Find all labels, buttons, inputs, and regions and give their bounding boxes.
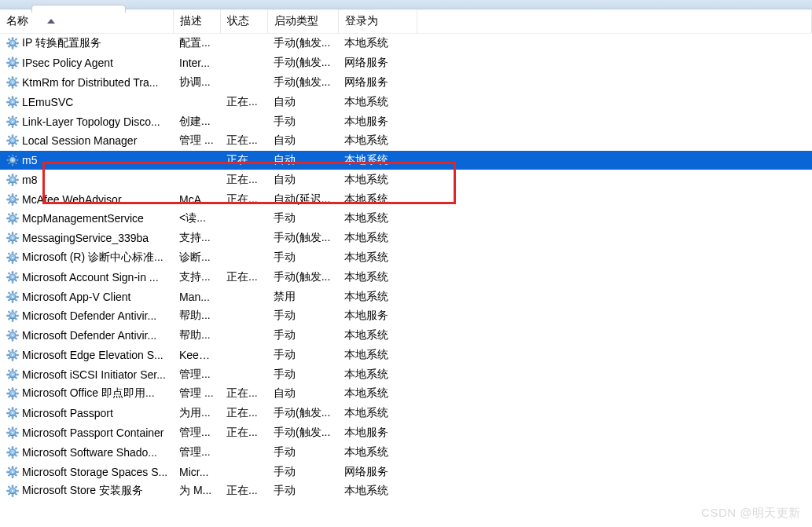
column-header-name[interactable]: 名称 [0, 9, 173, 34]
table-row[interactable]: McpManagementService<读...手动本地系统 [0, 209, 812, 229]
svg-rect-78 [8, 181, 10, 184]
service-name-label: m5 [22, 154, 37, 167]
svg-rect-154 [17, 335, 19, 336]
table-row[interactable]: Microsoft Edge Elevation S...Keep...手动本地… [0, 346, 812, 365]
cell-status: 正在... [220, 170, 267, 189]
table-row[interactable]: MessagingService_339ba支持...手动(触发...本地系统 [0, 229, 812, 248]
svg-point-119 [11, 256, 13, 258]
cell-startup: 自动 [267, 131, 338, 151]
svg-rect-6 [15, 46, 17, 48]
svg-rect-53 [7, 140, 9, 141]
svg-rect-108 [8, 240, 10, 243]
svg-rect-215 [8, 447, 10, 449]
svg-point-129 [11, 276, 13, 278]
table-row[interactable]: Microsoft (R) 诊断中心标准...诊断...手动本地系统 [0, 248, 812, 268]
table-row[interactable]: Microsoft Passport Container管理...正在...手动… [0, 423, 812, 443]
column-header-status[interactable]: 状态 [220, 9, 267, 34]
svg-rect-121 [12, 271, 13, 273]
table-row[interactable]: Microsoft Store 安装服务为 M...正在...手动本地系统 [0, 481, 812, 501]
cell-name: Microsoft Software Shado... [0, 442, 173, 462]
table-row[interactable]: Microsoft App-V ClientMan...禁用本地系统 [0, 287, 812, 306]
svg-point-199 [11, 412, 13, 415]
cell-description: Keep... [173, 346, 220, 365]
cell-logon: 本地服务 [338, 112, 417, 131]
cell-logon: 网络服务 [338, 73, 417, 93]
table-row[interactable]: LEmuSVC正在...自动本地系统 [0, 92, 812, 112]
service-name-label: McpManagementService [22, 212, 144, 225]
table-row[interactable]: Microsoft Defender Antivir...帮助...手动本地系统 [0, 326, 812, 346]
services-table[interactable]: 名称 描述 状态 启动类型 登录为 IP 转换配置服务配置...手动(触发...… [0, 9, 812, 501]
service-name-label: IPsec Policy Agent [22, 57, 113, 69]
svg-rect-81 [12, 193, 13, 196]
svg-rect-98 [8, 221, 10, 223]
table-row[interactable]: Microsoft Account Sign-in ...支持...正在...手… [0, 267, 812, 287]
table-row[interactable]: Microsoft Office 即点即用...管理 ...正在...自动本地系… [0, 384, 812, 404]
svg-rect-157 [15, 331, 17, 333]
cell-status [220, 73, 267, 93]
svg-rect-197 [15, 408, 17, 411]
svg-point-159 [11, 335, 13, 337]
cell-startup: 手动(触发... [267, 267, 338, 287]
table-row[interactable]: McAfee WebAdvisorMcA...正在...自动(延迟...本地系统 [0, 189, 812, 209]
table-row[interactable]: KtmRm for Distributed Tra...协调...手动(触发..… [0, 73, 812, 93]
svg-rect-158 [8, 338, 10, 340]
table-row[interactable]: Link-Layer Topology Disco...创建...手动本地服务 [0, 112, 812, 131]
gear-icon [6, 271, 19, 284]
cell-logon: 本地系统 [338, 131, 417, 151]
svg-rect-171 [12, 368, 13, 371]
cell-status: 正在... [220, 481, 267, 501]
svg-rect-5 [8, 38, 10, 41]
svg-rect-34 [17, 101, 19, 103]
svg-rect-163 [7, 354, 9, 356]
cell-logon: 本地服务 [338, 306, 417, 326]
service-name-label: Microsoft Office 即点即用... [22, 386, 155, 401]
cell-description: 配置... [173, 34, 220, 53]
gear-icon [6, 407, 19, 419]
svg-rect-131 [12, 291, 13, 293]
cell-description: Micr... [173, 462, 220, 481]
svg-rect-51 [12, 135, 13, 137]
svg-rect-137 [15, 291, 17, 294]
cell-status: 正在... [220, 267, 267, 287]
table-row[interactable]: Local Session Manager管理 ...正在...自动本地系统 [0, 131, 812, 151]
svg-rect-94 [17, 218, 19, 220]
column-header-description[interactable]: 描述 [173, 9, 220, 34]
svg-rect-202 [12, 437, 13, 439]
svg-rect-101 [12, 232, 13, 235]
gear-icon [6, 329, 19, 342]
table-row[interactable]: Microsoft Storage Spaces S...Micr...手动网络… [0, 462, 812, 481]
svg-rect-12 [12, 67, 13, 69]
table-row[interactable]: Microsoft iSCSI Initiator Ser...管理...手动本… [0, 364, 812, 384]
svg-rect-96 [15, 221, 17, 223]
svg-rect-3 [7, 42, 9, 44]
table-row[interactable]: Microsoft Passport为用...正在...手动(触发...本地系统 [0, 404, 812, 423]
cell-startup: 手动 [267, 481, 338, 501]
table-row[interactable]: m5正在...自动本地系统 [0, 151, 812, 170]
table-row[interactable]: Microsoft Defender Antivir...帮助...手动本地服务 [0, 306, 812, 326]
gear-icon [6, 387, 19, 400]
svg-rect-21 [12, 76, 13, 79]
svg-point-49 [11, 120, 13, 123]
table-row[interactable]: Microsoft Software Shado...管理...手动本地系统 [0, 442, 812, 462]
cell-description: 诊断... [173, 248, 220, 268]
cell-description: 管理 ... [173, 384, 220, 404]
svg-rect-86 [15, 201, 17, 203]
svg-rect-52 [12, 145, 13, 147]
svg-rect-184 [17, 393, 19, 395]
column-header-logon[interactable]: 登录为 [338, 9, 417, 34]
table-row[interactable]: m8正在...自动本地系统 [0, 170, 812, 189]
svg-rect-118 [8, 259, 10, 262]
svg-rect-125 [8, 272, 10, 274]
svg-rect-61 [12, 155, 13, 157]
svg-rect-235 [8, 486, 10, 489]
svg-rect-26 [15, 84, 17, 86]
table-row[interactable]: IPsec Policy AgentInter...手动(触发...网络服务 [0, 53, 812, 73]
svg-rect-161 [12, 349, 13, 351]
table-row[interactable]: IP 转换配置服务配置...手动(触发...本地系统 [0, 34, 812, 53]
gear-icon [6, 193, 19, 206]
gear-icon [6, 426, 19, 439]
svg-rect-114 [17, 257, 19, 258]
svg-rect-4 [17, 42, 19, 44]
svg-rect-37 [15, 97, 17, 99]
column-header-startup[interactable]: 启动类型 [267, 9, 338, 34]
